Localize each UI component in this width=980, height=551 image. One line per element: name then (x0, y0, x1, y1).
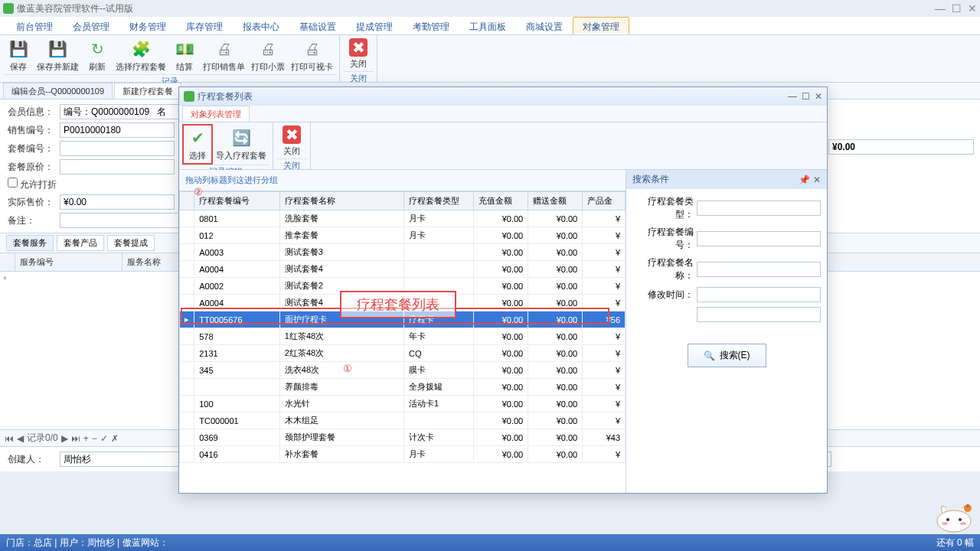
pkgprice-label: 套餐原价： (8, 161, 54, 174)
minimize-icon[interactable]: — (935, 2, 946, 15)
content-tab-0[interactable]: 编辑会员--Q0000000109 (3, 83, 113, 99)
table-row[interactable]: A0003测试套餐3¥0.00¥0.00¥ (180, 244, 626, 261)
pkgprice-field[interactable] (60, 159, 175, 174)
annotation-2: ② (194, 186, 203, 197)
save-icon: 💾 (8, 38, 29, 60)
total-display: ¥0.00 (828, 139, 974, 155)
menu-6[interactable]: 提成管理 (346, 17, 403, 34)
print-ticket-icon: 🖨 (257, 38, 279, 60)
maximize-icon[interactable]: ☐ (952, 2, 962, 15)
print-card-button[interactable]: 🖨打印可视卡 (288, 37, 336, 74)
settle-icon: 💵 (174, 38, 195, 60)
svg-point-4 (960, 522, 966, 525)
table-row[interactable]: 0801洗脸套餐月卡¥0.00¥0.00¥ (180, 210, 626, 227)
print-sale-button[interactable]: 🖨打印销售单 (200, 37, 248, 74)
dclose-button[interactable]: ✖关闭 (276, 124, 307, 158)
sub-tab-1[interactable]: 套餐产品 (57, 235, 104, 251)
dialog-maximize-icon[interactable]: ☐ (802, 91, 810, 102)
table-row[interactable]: A0004测试套餐4¥0.00¥0.00¥ (180, 261, 626, 278)
search-field-0[interactable] (697, 201, 821, 216)
table-row[interactable]: A0002测试套餐2¥0.00¥0.00¥ (180, 278, 626, 295)
realprice-field[interactable] (60, 194, 175, 210)
close-icon: ✖ (349, 38, 368, 57)
last-icon[interactable]: ⏭ (71, 433, 80, 444)
dialog-tab[interactable]: 对象列表管理 (182, 106, 250, 122)
member-label: 会员信息： (8, 106, 54, 119)
print-card-icon: 🖨 (302, 38, 323, 60)
search-field-2[interactable] (697, 262, 821, 277)
svg-point-1 (946, 518, 949, 521)
app-title: 傲蓝美容院管理软件--试用版 (17, 2, 133, 15)
refresh-button[interactable]: ↻刷新 (82, 37, 113, 74)
sub-tab-0[interactable]: 套餐服务 (6, 235, 54, 251)
status-bar: 门店：总店 | 用户：周怡杉 | 傲蓝网站： 还有 0 幅 (0, 534, 980, 551)
content-tab-1[interactable]: 新建疗程套餐 (114, 83, 181, 99)
close-button[interactable]: ✖关闭 (343, 37, 374, 71)
menu-8[interactable]: 工具面板 (459, 17, 516, 34)
select-button[interactable]: ✔选择 (182, 124, 213, 165)
table-row[interactable]: ▸TT0005676面护疗程卡疗程卡¥0.00¥0.00¥56 (180, 311, 626, 328)
save-button[interactable]: 💾保存 (3, 37, 34, 74)
menu-2[interactable]: 财务管理 (119, 17, 176, 34)
menu-10[interactable]: 对象管理 (573, 17, 629, 34)
dialog-close-icon[interactable]: ✕ (815, 91, 822, 102)
menu-3[interactable]: 库存管理 (176, 17, 233, 34)
discount-checkbox[interactable] (8, 178, 18, 187)
save-new-button[interactable]: 💾保存并新建 (34, 37, 82, 74)
svg-point-3 (942, 522, 948, 525)
menu-4[interactable]: 报表中心 (233, 17, 289, 34)
import-button[interactable]: 🔄导入疗程套餐 (213, 124, 270, 165)
pin-icon[interactable]: 📌 (799, 174, 810, 185)
table-row[interactable]: 养颜排毒全身拨罐¥0.00¥0.00¥ (180, 379, 626, 396)
table-row[interactable]: 21312红茶48次CQ¥0.00¥0.00¥ (180, 345, 626, 362)
dclose-icon: ✖ (283, 126, 301, 144)
panel-close-icon[interactable]: ✕ (813, 174, 821, 185)
dialog-icon (184, 91, 194, 102)
import-icon: 🔄 (230, 127, 252, 148)
print-ticket-button[interactable]: 🖨打印小票 (248, 37, 288, 74)
table-row[interactable]: 0416补水套餐月卡¥0.00¥0.00¥ (180, 446, 626, 463)
menu-7[interactable]: 考勤管理 (403, 17, 459, 34)
sub-tab-2[interactable]: 套餐提成 (107, 235, 155, 251)
table-row[interactable]: 012推拿套餐月卡¥0.00¥0.00¥ (180, 227, 626, 244)
search-button[interactable]: 🔍 搜索(E) (688, 344, 766, 367)
table-row[interactable]: 5781红茶48次年卡¥0.00¥0.00¥ (180, 328, 626, 345)
package-list-dialog: 疗程套餐列表 — ☐ ✕ 对象列表管理 ✔选择🔄导入疗程套餐记录编辑✖关闭关闭 … (178, 86, 828, 494)
search-field-3[interactable] (697, 287, 821, 302)
close-icon[interactable]: ✕ (968, 2, 977, 15)
search-icon: 🔍 (704, 350, 715, 361)
pkgno-label: 套餐编号： (8, 142, 54, 155)
refresh-icon: ↻ (87, 38, 108, 60)
realprice-label: 实际售价： (8, 196, 54, 209)
select-icon: ✔ (187, 127, 208, 148)
table-row[interactable]: 345洗衣48次膜卡¥0.00¥0.00¥ (180, 362, 626, 379)
menu-5[interactable]: 基础设置 (289, 17, 346, 34)
menu-0[interactable]: 前台管理 (6, 17, 63, 34)
dialog-minimize-icon[interactable]: — (788, 91, 797, 102)
table-row[interactable]: TC000001木木组足¥0.00¥0.00¥ (180, 412, 626, 429)
print-sale-icon: 🖨 (214, 38, 235, 60)
main-toolbar: 💾保存💾保存并新建↻刷新🧩选择疗程套餐💵结算🖨打印销售单🖨打印小票🖨打印可视卡记… (0, 35, 980, 83)
table-row[interactable]: 0369颈部护理套餐计次卡¥0.00¥0.00¥43 (180, 429, 626, 446)
settle-button[interactable]: 💵结算 (169, 37, 200, 74)
prev-icon[interactable]: ◀ (17, 433, 24, 444)
search-panel: 搜索条件 📌✕ 疗程套餐类型：疗程套餐编号：疗程套餐名称：修改时间： 🔍 搜索(… (626, 170, 827, 493)
package-table[interactable]: 疗程套餐编号疗程套餐名称疗程套餐类型充值金额赠送金额产品金0801洗脸套餐月卡¥… (179, 191, 626, 493)
first-icon[interactable]: ⏮ (5, 433, 14, 444)
pkgno-field[interactable] (60, 141, 175, 156)
creator-field[interactable] (60, 452, 198, 467)
group-hint: 拖动列标题到这进行分组 (179, 170, 626, 191)
table-row[interactable]: A0004测试套餐4¥0.00¥0.00¥ (180, 295, 626, 311)
annotation-1: ① (343, 363, 352, 374)
remark-label: 备注： (8, 214, 54, 227)
next-icon[interactable]: ▶ (61, 433, 68, 444)
saleno-field[interactable] (60, 122, 175, 138)
mascot-icon (931, 494, 977, 533)
menu-9[interactable]: 商城设置 (516, 17, 573, 34)
main-menu: 前台管理会员管理财务管理库存管理报表中心基础设置提成管理考勤管理工具面板商城设置… (0, 17, 980, 35)
save-new-icon: 💾 (47, 38, 69, 60)
select-package-button[interactable]: 🧩选择疗程套餐 (113, 37, 169, 74)
menu-1[interactable]: 会员管理 (63, 17, 119, 34)
table-row[interactable]: 100水光针活动卡1¥0.00¥0.00¥ (180, 396, 626, 412)
search-field-1[interactable] (697, 231, 821, 246)
